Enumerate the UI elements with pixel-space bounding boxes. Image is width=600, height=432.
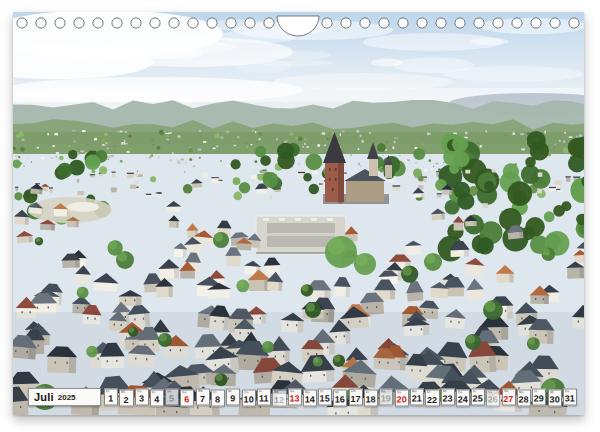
day-number: 25	[472, 393, 483, 403]
day-cell-26: Sa26	[486, 389, 500, 406]
weekday-abbr: Fr	[152, 391, 155, 394]
day-number: 15	[319, 393, 330, 403]
day-cell-17: Do17	[349, 389, 363, 406]
day-cell-29: Di29	[532, 388, 546, 405]
day-number: 28	[518, 394, 529, 404]
binding-hole	[188, 18, 198, 28]
binding-hole	[17, 18, 27, 28]
binding-holes-row	[13, 12, 584, 48]
day-cell-5: Sa5	[165, 388, 179, 405]
binding-hole	[55, 18, 65, 28]
weekday-abbr: Mo	[519, 390, 524, 393]
weekday-abbr: Mo	[412, 390, 417, 393]
weekday-abbr: Di	[213, 390, 216, 393]
day-number: 19	[380, 393, 391, 403]
binding-hole	[74, 18, 84, 28]
day-number: 11	[258, 393, 269, 403]
day-number: 31	[564, 393, 575, 403]
day-number: 5	[166, 393, 177, 403]
day-number: 23	[441, 393, 452, 403]
binding-hole	[36, 18, 46, 28]
weekday-abbr: Di	[427, 391, 430, 394]
hanger-notch	[277, 16, 319, 36]
day-cell-14: Mo14	[303, 389, 317, 406]
weekday-abbr: Sa	[488, 391, 492, 394]
binding-hole	[493, 18, 503, 28]
day-cell-27: So27	[502, 389, 516, 406]
far-hills-layer	[13, 93, 584, 154]
binding-hole	[379, 18, 389, 28]
binding-hole	[131, 18, 141, 28]
binding-hole	[112, 18, 122, 28]
binding-hole	[398, 18, 408, 28]
day-number: 4	[151, 394, 162, 404]
binding-hole	[245, 18, 255, 28]
day-number: 12	[273, 395, 284, 405]
day-number: 7	[197, 394, 208, 404]
binding-hole	[322, 18, 332, 28]
weekday-abbr: Do	[458, 391, 462, 394]
day-cell-6: So6	[180, 389, 194, 406]
year-label: 2025	[58, 393, 76, 402]
weekday-abbr: Sa	[274, 391, 278, 394]
weekday-abbr: Di	[320, 389, 323, 392]
day-number: 29	[533, 393, 544, 403]
weekday-abbr: Do	[244, 390, 248, 393]
day-cell-13: So13	[288, 388, 302, 405]
day-number: 3	[136, 393, 147, 403]
day-number: 24	[457, 394, 468, 404]
weekday-abbr: Do	[351, 390, 355, 393]
weekday-abbr: So	[182, 391, 186, 394]
day-cell-22: Di22	[425, 390, 439, 407]
day-number: 18	[365, 394, 376, 404]
binding-hole	[360, 18, 370, 28]
day-number: 6	[181, 394, 192, 404]
day-cell-23: Mi23	[440, 388, 454, 405]
day-cell-10: Do10	[242, 389, 256, 406]
weekday-abbr: So	[504, 390, 508, 393]
weekday-abbr: Mo	[305, 391, 310, 394]
day-number: 17	[350, 394, 361, 404]
day-number: 21	[411, 393, 422, 403]
calendar-mockup: Juli 2025 Di1Mi2Do3Fr4Sa5So6Mo7Di8Mi9Do1…	[0, 0, 600, 432]
binding-hole	[150, 18, 160, 28]
day-cell-4: Fr4	[150, 389, 164, 406]
weekday-abbr: Sa	[381, 390, 385, 393]
month-year-label: Juli 2025	[28, 388, 101, 406]
day-number: 14	[304, 394, 315, 404]
binding-hole	[550, 18, 560, 28]
binding-hole	[207, 18, 217, 28]
day-number: 9	[227, 393, 238, 403]
day-number: 30	[549, 394, 560, 404]
weekday-abbr: Do	[137, 389, 141, 392]
binding-hole	[264, 18, 274, 28]
date-strip: Juli 2025 Di1Mi2Do3Fr4Sa5So6Mo7Di8Mi9Do1…	[13, 388, 584, 406]
day-cell-30: Mi30	[548, 389, 562, 406]
binding-hole	[569, 18, 579, 28]
day-cell-19: Sa19	[379, 388, 393, 405]
day-cell-31: Do31	[563, 388, 577, 405]
binding-hole	[474, 18, 484, 28]
day-cell-28: Mo28	[517, 389, 531, 406]
binding-hole	[93, 18, 103, 28]
day-cell-12: Sa12	[272, 390, 286, 407]
day-cell-3: Do3	[135, 388, 149, 405]
weekday-abbr: Mi	[228, 390, 232, 393]
day-cell-24: Do24	[456, 389, 470, 406]
weekday-abbr: Do	[565, 390, 569, 393]
weekday-abbr: Fr	[366, 390, 369, 393]
day-cell-25: Fr25	[471, 388, 485, 405]
day-cell-11: Fr11	[257, 388, 271, 405]
day-number: 10	[243, 394, 254, 404]
day-number: 26	[487, 394, 498, 404]
day-cell-2: Mi2	[119, 390, 133, 407]
day-cell-1: Di1	[104, 388, 118, 405]
weekday-abbr: Di	[534, 390, 537, 393]
binding-hole	[531, 18, 541, 28]
weekday-abbr: Fr	[259, 390, 262, 393]
binding-hole	[455, 18, 465, 28]
weekday-abbr: Mi	[550, 390, 554, 393]
weekday-abbr: Mi	[443, 389, 447, 392]
weekday-abbr: Fr	[473, 389, 476, 392]
aerial-town-photo	[13, 12, 584, 415]
